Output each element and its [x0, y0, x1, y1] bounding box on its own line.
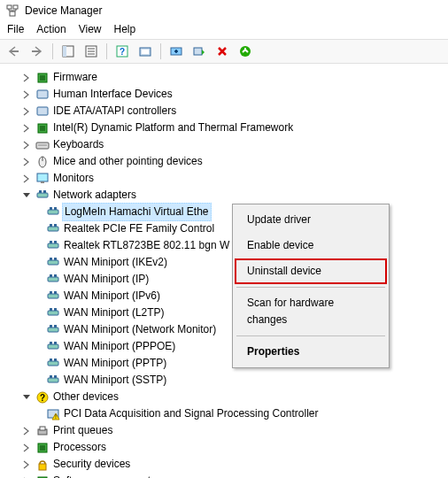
- tree-label: Other devices: [53, 389, 119, 405]
- hid-icon: [35, 88, 50, 102]
- tree-node-other-item[interactable]: PCI Data Acquisition and Signal Processi…: [5, 405, 448, 422]
- enable-device-button[interactable]: [189, 42, 210, 61]
- expander-icon[interactable]: [21, 392, 32, 403]
- menu-help[interactable]: Help: [114, 23, 136, 35]
- tree-label: Keyboards: [53, 136, 104, 153]
- tree-node-processors[interactable]: Processors: [5, 439, 448, 456]
- tree-node-monitors[interactable]: Monitors: [5, 170, 448, 187]
- svg-rect-20: [194, 48, 202, 55]
- forward-button[interactable]: [27, 42, 48, 61]
- tree-label: Network adapters: [53, 187, 136, 204]
- tree-label: WAN Miniport (PPTP): [64, 355, 166, 372]
- tree-label: WAN Miniport (IP): [64, 271, 149, 288]
- expander-icon[interactable]: [21, 173, 32, 184]
- tree-label: Monitors: [53, 170, 94, 187]
- tree-node-firmware[interactable]: Firmware: [5, 69, 448, 86]
- network-adapter-icon: [46, 205, 60, 220]
- show-hide-tree-button[interactable]: [58, 42, 79, 61]
- toolbar-separator: [106, 43, 107, 59]
- tree-label: WAN Miniport (PPPOE): [64, 338, 175, 355]
- toolbar-separator: [52, 43, 53, 59]
- device-tree: ! ? Firmware Human Interface Devices IDE…: [0, 64, 448, 478]
- network-adapter-icon: [46, 340, 60, 354]
- menu-action[interactable]: Action: [36, 23, 66, 35]
- keyboard-icon: [35, 138, 50, 152]
- tree-label: Realtek RTL8723BE 802.11 bgn W: [64, 237, 229, 254]
- context-update-driver[interactable]: Update driver: [235, 207, 387, 233]
- context-scan[interactable]: Scan for hardware changes: [235, 290, 387, 333]
- network-adapter-icon: [46, 256, 60, 270]
- network-adapter-icon: [46, 374, 60, 388]
- svg-rect-18: [142, 50, 149, 54]
- expander-icon[interactable]: [21, 443, 32, 453]
- help-button[interactable]: ?: [112, 42, 133, 61]
- tree-node-print[interactable]: Print queues: [5, 422, 448, 439]
- tree-node-intel[interactable]: Intel(R) Dynamic Platform and Thermal Fr…: [5, 120, 448, 136]
- intel-icon: [35, 121, 50, 135]
- expander-icon[interactable]: [21, 89, 32, 100]
- scan-button[interactable]: [135, 42, 156, 61]
- tree-label: LogMeIn Hamachi Virtual Ethe: [62, 203, 212, 221]
- svg-rect-7: [10, 50, 19, 52]
- network-adapter-icon: [46, 357, 60, 371]
- properties-button[interactable]: [81, 42, 102, 61]
- back-button[interactable]: [4, 42, 25, 61]
- expander-icon[interactable]: [21, 157, 32, 167]
- tree-node-keyboards[interactable]: Keyboards: [5, 136, 448, 153]
- expander-icon[interactable]: [21, 140, 32, 150]
- tree-label: PCI Data Acquisition and Signal Processi…: [64, 405, 318, 422]
- tree-node-security[interactable]: Security devices: [5, 456, 448, 473]
- menu-file[interactable]: File: [7, 23, 24, 35]
- svg-rect-8: [32, 50, 41, 52]
- menu-view[interactable]: View: [79, 23, 102, 35]
- tree-node-mice[interactable]: Mice and other pointing devices: [5, 153, 448, 170]
- expander-icon[interactable]: [21, 106, 32, 117]
- svg-rect-1: [13, 5, 18, 9]
- tree-label: WAN Miniport (L2TP): [64, 305, 165, 321]
- expander-icon[interactable]: [21, 190, 32, 201]
- menu-bar: File Action View Help: [0, 21, 448, 39]
- tree-node-software[interactable]: Software components: [5, 473, 448, 478]
- expander-icon[interactable]: [21, 73, 32, 83]
- add-legacy-button[interactable]: [235, 42, 256, 61]
- toolbar-separator: [160, 43, 161, 59]
- tree-label: WAN Miniport (Network Monitor): [64, 321, 216, 338]
- tree-label: IDE ATA/ATAPI controllers: [53, 103, 176, 120]
- tree-label: Security devices: [53, 456, 130, 473]
- expander-icon[interactable]: [21, 123, 32, 134]
- svg-rect-0: [7, 5, 12, 9]
- network-adapter-icon: [46, 239, 60, 253]
- expander-icon[interactable]: [21, 459, 32, 470]
- title-bar: Device Manager: [0, 0, 448, 21]
- tree-label: Mice and other pointing devices: [53, 153, 203, 170]
- tree-node-ide[interactable]: IDE ATA/ATAPI controllers: [5, 103, 448, 120]
- processor-icon: [35, 441, 50, 455]
- monitor-icon: [35, 172, 50, 186]
- tree-label: Processors: [53, 439, 106, 456]
- network-adapter-icon: [46, 289, 60, 304]
- security-icon: [35, 458, 50, 472]
- context-separator: [236, 287, 385, 288]
- expander-icon[interactable]: [21, 426, 32, 436]
- tree-label: Realtek PCIe FE Family Control: [64, 220, 214, 237]
- tree-node-network-item[interactable]: WAN Miniport (SSTP): [5, 372, 448, 389]
- context-uninstall-device[interactable]: Uninstall device: [235, 258, 387, 284]
- ide-icon: [35, 104, 50, 119]
- tree-label: Software components: [53, 473, 156, 478]
- context-enable-device[interactable]: Enable device: [235, 233, 387, 258]
- context-properties[interactable]: Properties: [235, 339, 387, 365]
- network-adapter-icon: [46, 306, 60, 320]
- tree-label: WAN Miniport (IPv6): [64, 288, 160, 305]
- tree-label: Intel(R) Dynamic Platform and Thermal Fr…: [53, 120, 293, 136]
- tree-node-network[interactable]: Network adapters: [5, 187, 448, 204]
- software-icon: [35, 474, 50, 479]
- tree-node-other[interactable]: Other devices: [5, 389, 448, 405]
- uninstall-device-button[interactable]: [212, 42, 233, 61]
- update-driver-button[interactable]: [166, 42, 187, 61]
- tree-label: Firmware: [53, 69, 97, 86]
- other-devices-icon: [35, 390, 50, 405]
- tree-node-hid[interactable]: Human Interface Devices: [5, 86, 448, 103]
- network-adapter-icon: [46, 222, 60, 236]
- context-menu: Update driver Enable device Uninstall de…: [232, 204, 390, 368]
- context-separator: [236, 335, 385, 336]
